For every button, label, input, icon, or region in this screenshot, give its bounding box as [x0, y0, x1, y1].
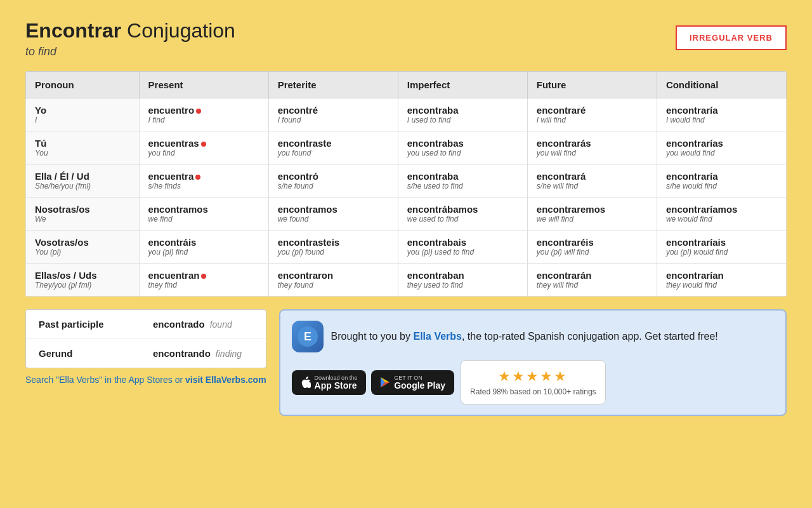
- col-preterite: Preterite: [268, 72, 398, 98]
- title-rest: Conjugation: [121, 19, 235, 42]
- table-row: Ellas/os / Uds They/you (pl fml) encuent…: [26, 264, 787, 297]
- pronoun-cell: Ellas/os / Uds They/you (pl fml): [26, 264, 140, 297]
- irregular-badge: IRREGULAR VERB: [676, 25, 787, 50]
- svg-text:E: E: [304, 330, 311, 343]
- pronoun-cell: Vosotras/os You (pl): [26, 231, 140, 264]
- participle-gerund-box: Past participle encontradofound Gerund e…: [25, 309, 266, 385]
- future-cell: encontrará s/he will find: [527, 164, 657, 197]
- past-participle-row: Past participle encontradofound: [26, 310, 266, 339]
- pronoun-cell: Tú You: [26, 131, 140, 164]
- past-participle-label: Past participle: [39, 319, 153, 330]
- preterite-cell: encontraste you found: [268, 131, 398, 164]
- store-buttons-group: Download on the App Store: [292, 370, 454, 395]
- present-cell: encuentran they find: [139, 264, 268, 297]
- bottom-section: Past participle encontradofound Gerund e…: [25, 309, 787, 416]
- page-header: Encontrar Conjugation to find: [25, 19, 235, 58]
- table-row: Nosotras/os We encontramos we find encon…: [26, 197, 787, 231]
- irregular-dot: [201, 274, 206, 279]
- gerund-row: Gerund encontrandofinding: [26, 339, 266, 368]
- present-cell: encontráis you (pl) find: [139, 231, 268, 264]
- imperfect-cell: encontraba I used to find: [398, 98, 527, 131]
- table-row: Vosotras/os You (pl) encontráis you (pl)…: [26, 231, 787, 264]
- conjugation-table: Pronoun Present Preterite Imperfect Futu…: [25, 71, 787, 297]
- ella-verbs-site-link[interactable]: visit EllaVerbs.com: [185, 375, 266, 385]
- future-cell: encontraremos we will find: [527, 197, 657, 231]
- apple-icon: [301, 377, 311, 388]
- imperfect-cell: encontraban they used to find: [398, 264, 527, 297]
- col-present: Present: [139, 72, 268, 98]
- present-cell: encuentra s/he finds: [139, 164, 268, 197]
- preterite-cell: encontré I found: [268, 98, 398, 131]
- future-cell: encontrarán they will find: [527, 264, 657, 297]
- app-store-button[interactable]: Download on the App Store: [292, 370, 367, 395]
- pronoun-cell: Nosotras/os We: [26, 197, 140, 231]
- google-play-icon: [380, 377, 390, 388]
- footer-search-text: Search "Ella Verbs" in the App Stores or…: [25, 375, 266, 385]
- col-future: Future: [527, 72, 657, 98]
- imperfect-cell: encontrabas you used to find: [398, 131, 527, 164]
- promo-header: E Brought to you by Ella Verbs, the top-…: [292, 321, 774, 352]
- future-cell: encontraréis you (pl) will find: [527, 231, 657, 264]
- page-title: Encontrar Conjugation: [25, 19, 235, 43]
- future-cell: encontrarás you will find: [527, 131, 657, 164]
- gerund-value: encontrandofinding: [153, 348, 242, 359]
- google-play-button[interactable]: GET IT ON Google Play: [371, 370, 454, 395]
- past-participle-value: encontradofound: [153, 319, 232, 330]
- page-subtitle: to find: [25, 45, 235, 58]
- conditional-cell: encontraría s/he would find: [657, 164, 786, 197]
- gerund-label: Gerund: [39, 348, 153, 359]
- ella-verbs-link[interactable]: Ella Verbs: [413, 331, 462, 342]
- imperfect-cell: encontrabais you (pl) used to find: [398, 231, 527, 264]
- irregular-dot: [196, 109, 201, 114]
- promo-text: Brought to you by Ella Verbs, the top-ra…: [331, 330, 718, 344]
- conditional-cell: encontraríais you (pl) would find: [657, 231, 786, 264]
- promo-buttons-row: Download on the App Store: [292, 360, 774, 404]
- table-row: Ella / Él / Ud She/he/you (fml) encuentr…: [26, 164, 787, 197]
- participle-box: Past participle encontradofound Gerund e…: [25, 309, 266, 368]
- present-cell: encontramos we find: [139, 197, 268, 231]
- preterite-cell: encontró s/he found: [268, 164, 398, 197]
- conditional-cell: encontrarías you would find: [657, 131, 786, 164]
- preterite-cell: encontramos we found: [268, 197, 398, 231]
- star-rating: ★★★★★: [470, 368, 596, 385]
- ratings-text: Rated 98% based on 10,000+ ratings: [470, 387, 596, 396]
- pronoun-cell: Yo I: [26, 98, 140, 131]
- pronoun-cell: Ella / Él / Ud She/he/you (fml): [26, 164, 140, 197]
- irregular-dot: [201, 142, 206, 147]
- future-cell: encontraré I will find: [527, 98, 657, 131]
- verb-name: Encontrar: [25, 19, 121, 42]
- imperfect-cell: encontrábamos we used to find: [398, 197, 527, 231]
- col-conditional: Conditional: [657, 72, 786, 98]
- preterite-cell: encontrasteis you (pl) found: [268, 231, 398, 264]
- present-cell: encuentras you find: [139, 131, 268, 164]
- col-pronoun: Pronoun: [26, 72, 140, 98]
- promo-box: E Brought to you by Ella Verbs, the top-…: [279, 309, 787, 416]
- table-row: Tú You encuentras you find encontraste y…: [26, 131, 787, 164]
- ella-verbs-icon: E: [292, 321, 324, 352]
- conditional-cell: encontraríamos we would find: [657, 197, 786, 231]
- present-cell: encuentro I find: [139, 98, 268, 131]
- preterite-cell: encontraron they found: [268, 264, 398, 297]
- imperfect-cell: encontraba s/he used to find: [398, 164, 527, 197]
- conditional-cell: encontraría I would find: [657, 98, 786, 131]
- ratings-box: ★★★★★ Rated 98% based on 10,000+ ratings: [461, 360, 605, 404]
- table-row: Yo I encuentro I find encontré I found e…: [26, 98, 787, 131]
- irregular-dot: [195, 175, 200, 180]
- conditional-cell: encontrarían they would find: [657, 264, 786, 297]
- col-imperfect: Imperfect: [398, 72, 527, 98]
